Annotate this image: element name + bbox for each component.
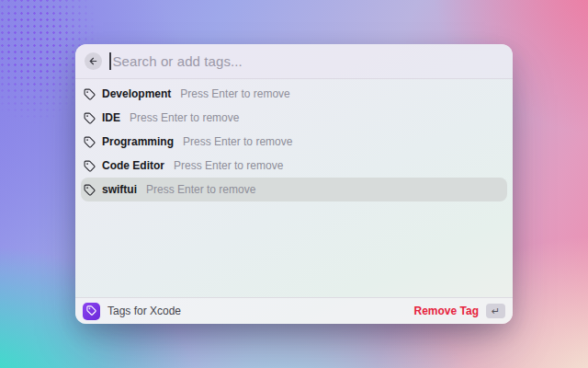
launcher-window: Search or add tags... Development Press … bbox=[75, 44, 513, 324]
tag-icon bbox=[84, 184, 96, 196]
app-icon bbox=[83, 303, 100, 320]
tag-remove-hint: Press Enter to remove bbox=[183, 135, 292, 148]
tag-icon bbox=[86, 303, 96, 319]
tag-icon bbox=[84, 88, 96, 100]
tag-name: Development bbox=[102, 87, 171, 100]
tag-name: IDE bbox=[102, 111, 120, 124]
search-placeholder: Search or add tags... bbox=[113, 53, 243, 69]
tag-remove-hint: Press Enter to remove bbox=[174, 159, 283, 172]
tag-list-item[interactable]: swiftui Press Enter to remove bbox=[81, 178, 507, 201]
tag-icon bbox=[84, 160, 96, 172]
tag-name: swiftui bbox=[102, 183, 137, 196]
tag-list: Development Press Enter to remove IDE Pr… bbox=[75, 79, 513, 201]
tag-remove-hint: Press Enter to remove bbox=[130, 111, 239, 124]
footer-bar: Tags for Xcode Remove Tag ↵ bbox=[75, 297, 513, 324]
tag-remove-hint: Press Enter to remove bbox=[180, 87, 289, 100]
text-caret bbox=[109, 52, 111, 70]
app-name: Tags for Xcode bbox=[107, 305, 181, 317]
tag-list-item[interactable]: Development Press Enter to remove bbox=[81, 82, 507, 106]
return-key-icon: ↵ bbox=[486, 304, 505, 318]
search-input[interactable]: Search or add tags... bbox=[109, 44, 503, 78]
tag-name: Code Editor bbox=[102, 159, 164, 172]
tag-icon bbox=[84, 136, 96, 148]
tag-remove-hint: Press Enter to remove bbox=[146, 183, 255, 196]
search-header: Search or add tags... bbox=[75, 44, 513, 79]
tag-list-item[interactable]: Programming Press Enter to remove bbox=[81, 130, 507, 154]
tag-icon bbox=[84, 112, 96, 124]
arrow-left-icon bbox=[88, 56, 98, 66]
tag-name: Programming bbox=[102, 135, 174, 148]
remove-tag-label: Remove Tag bbox=[414, 305, 479, 317]
tag-list-item[interactable]: IDE Press Enter to remove bbox=[81, 106, 507, 130]
tag-list-item[interactable]: Code Editor Press Enter to remove bbox=[81, 154, 507, 178]
back-button[interactable] bbox=[85, 52, 102, 70]
empty-results-area bbox=[75, 201, 513, 297]
remove-tag-button[interactable]: Remove Tag ↵ bbox=[414, 304, 505, 318]
